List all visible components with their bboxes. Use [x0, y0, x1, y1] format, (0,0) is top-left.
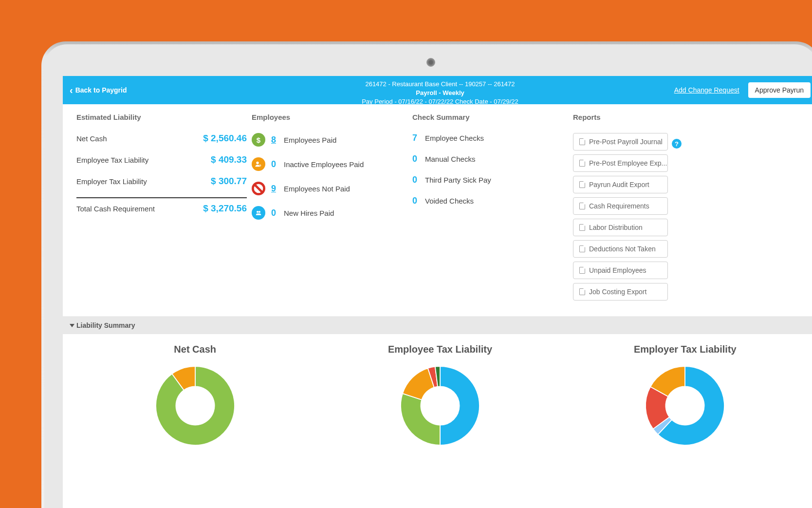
report-cash-requirements[interactable]: Cash Requirements	[573, 197, 668, 215]
header-actions: Add Change Request Approve Payrun	[674, 82, 811, 98]
manual-checks-label: Manual Checks	[425, 155, 475, 163]
chart-net-cash: Net Cash	[73, 344, 317, 452]
header-center-info: 261472 - Restaurant Base Client -- 19025…	[362, 80, 518, 107]
net-cash-row: Net Cash $ 2,560.46	[76, 133, 247, 144]
client-line: 261472 - Restaurant Base Client -- 19025…	[362, 80, 518, 89]
new-hires-label: New Hires Paid	[284, 209, 334, 217]
empr-tax-value: $ 300.77	[211, 176, 247, 187]
not-paid-label: Employees Not Paid	[284, 185, 350, 193]
pdf-icon	[579, 138, 585, 145]
charts-row: Net Cash Employee Tax Liability Employer…	[63, 334, 812, 452]
employee-checks-row: 7 Employee Checks	[412, 133, 568, 143]
app-screen: ‹ Back to Paygrid 261472 - Restaurant Ba…	[63, 76, 812, 508]
employees-column: Employees $ 8 Employees Paid 0 Inactive …	[252, 113, 407, 304]
pdf-icon	[579, 245, 585, 252]
donut-empr-tax	[641, 362, 729, 450]
not-paid-count[interactable]: 9	[271, 184, 278, 194]
liability-header: Estimated Liability	[76, 113, 247, 121]
employees-paid-count[interactable]: 8	[271, 135, 278, 145]
check-summary-header: Check Summary	[412, 113, 568, 121]
total-cash-row: Total Cash Requirement $ 3,270.56	[76, 203, 247, 214]
report-prepost-employee-exp[interactable]: Pre-Post Employee Exp...	[573, 154, 668, 172]
prohibit-icon	[252, 182, 265, 195]
chart-title-emp-tax: Employee Tax Liability	[317, 344, 562, 355]
chart-emp-tax: Employee Tax Liability	[317, 344, 562, 452]
emp-tax-value: $ 409.33	[211, 154, 247, 165]
report-deductions-not-taken[interactable]: Deductions Not Taken	[573, 240, 668, 258]
employee-checks-label: Employee Checks	[425, 134, 484, 142]
report-prepost-payroll-journal[interactable]: Pre-Post Payroll Journal	[573, 133, 668, 151]
inactive-user-icon	[252, 157, 265, 171]
voided-checks-label: Voided Checks	[425, 197, 474, 205]
empr-tax-label: Employer Tax Liability	[76, 177, 147, 186]
employees-paid-row: $ 8 Employees Paid	[252, 133, 407, 147]
new-hires-row: 0 New Hires Paid	[252, 206, 407, 220]
summary-grid: Estimated Liability Net Cash $ 2,560.46 …	[63, 104, 812, 317]
voided-checks-count: 0	[412, 196, 419, 206]
group-icon	[252, 206, 265, 220]
manual-checks-row: 0 Manual Checks	[412, 154, 568, 164]
pdf-icon	[579, 267, 585, 274]
triangle-down-icon	[70, 324, 74, 327]
back-link-label: Back to Paygrid	[75, 86, 127, 94]
back-to-paygrid-link[interactable]: ‹ Back to Paygrid	[70, 85, 127, 95]
reports-header: Reports	[573, 113, 804, 121]
report-label: Pre-Post Employee Exp...	[589, 159, 667, 167]
report-job-costing-export[interactable]: Job Costing Export	[573, 283, 668, 301]
tablet-camera	[426, 58, 435, 67]
svg-point-5	[258, 211, 260, 213]
inactive-paid-label: Inactive Employees Paid	[284, 160, 364, 169]
report-label: Pre-Post Payroll Journal	[589, 138, 663, 146]
new-hires-count: 0	[271, 208, 278, 218]
report-labor-distribution[interactable]: Labor Distribution	[573, 219, 668, 236]
report-label: Cash Requirements	[589, 202, 649, 210]
third-party-count: 0	[412, 175, 419, 185]
inactive-paid-row: 0 Inactive Employees Paid	[252, 157, 407, 171]
svg-point-0	[256, 162, 258, 164]
report-label: Job Costing Export	[589, 288, 646, 296]
dollar-icon: $	[252, 133, 265, 147]
employee-checks-count: 7	[412, 133, 419, 143]
third-party-label: Third Party Sick Pay	[425, 176, 491, 184]
svg-point-4	[257, 211, 258, 213]
voided-checks-row: 0 Voided Checks	[412, 196, 568, 206]
net-cash-value: $ 2,560.46	[203, 133, 247, 144]
liability-divider	[76, 197, 247, 198]
report-label: Payrun Audit Export	[589, 181, 649, 188]
manual-checks-count: 0	[412, 154, 419, 164]
approve-payrun-button[interactable]: Approve Payrun	[748, 82, 811, 98]
donut-emp-tax	[396, 362, 484, 450]
chart-empr-tax: Employer Tax Liability	[563, 344, 808, 452]
employees-paid-label: Employees Paid	[284, 136, 336, 144]
donut-net-cash	[151, 362, 239, 450]
check-summary-column: Check Summary 7 Employee Checks 0 Manual…	[412, 113, 568, 304]
report-label: Unpaid Employees	[589, 266, 646, 274]
liability-summary-label: Liability Summary	[76, 321, 135, 329]
reports-column: Reports Pre-Post Payroll Journal ? Pre-P…	[573, 113, 804, 304]
third-party-row: 0 Third Party Sick Pay	[412, 175, 568, 185]
pdf-icon	[579, 160, 585, 167]
report-payrun-audit-export[interactable]: Payrun Audit Export	[573, 176, 668, 193]
liability-summary-toggle[interactable]: Liability Summary	[63, 317, 812, 334]
tablet-frame: ‹ Back to Paygrid 261472 - Restaurant Ba…	[41, 41, 812, 508]
pdf-icon	[579, 288, 585, 295]
chevron-left-icon: ‹	[70, 85, 73, 95]
pdf-icon	[579, 224, 585, 231]
payroll-type: Payroll - Weekly	[362, 89, 518, 97]
empr-tax-row: Employer Tax Liability $ 300.77	[76, 176, 247, 187]
svg-line-3	[255, 185, 262, 192]
help-icon[interactable]: ?	[672, 139, 682, 149]
liability-column: Estimated Liability Net Cash $ 2,560.46 …	[76, 113, 247, 304]
chart-title-net-cash: Net Cash	[73, 344, 317, 355]
report-unpaid-employees[interactable]: Unpaid Employees	[573, 262, 668, 279]
inactive-paid-count: 0	[271, 159, 278, 169]
add-change-request-link[interactable]: Add Change Request	[674, 86, 739, 94]
not-paid-row: 9 Employees Not Paid	[252, 182, 407, 195]
report-label: Labor Distribution	[589, 224, 643, 231]
total-cash-label: Total Cash Requirement	[76, 205, 155, 213]
emp-tax-label: Employee Tax Liability	[76, 156, 148, 164]
employees-header: Employees	[252, 113, 407, 121]
tablet-inner: ‹ Back to Paygrid 261472 - Restaurant Ba…	[44, 44, 812, 508]
chart-title-empr-tax: Employer Tax Liability	[563, 344, 808, 355]
header-bar: ‹ Back to Paygrid 261472 - Restaurant Ba…	[63, 76, 812, 104]
